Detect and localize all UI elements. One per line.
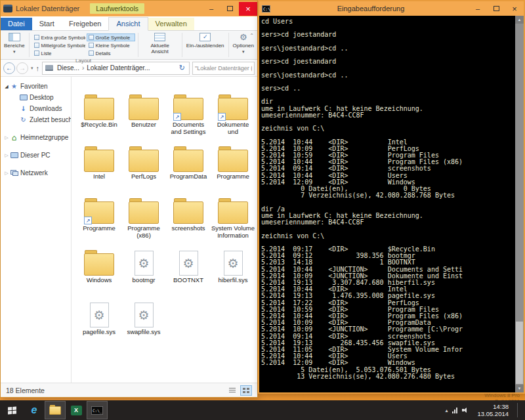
file-explorer-icon (49, 406, 61, 415)
details-view-button[interactable] (226, 385, 238, 396)
file-item[interactable]: ⚙ ↗ swapfile.sys (121, 297, 166, 349)
sidebar-item-this-pc[interactable]: ▷ Dieser PC (1, 150, 71, 161)
scrollbar[interactable]: ▲ ▼ (515, 16, 524, 392)
file-icon: ⚙ ↗ (179, 251, 198, 276)
details-view-icon (229, 388, 236, 393)
view-large-icons[interactable]: Große Symbole (87, 33, 135, 41)
minimize-button[interactable] (202, 2, 220, 16)
cmd-titlebar[interactable]: Eingabeaufforderung (259, 1, 524, 16)
view-details[interactable]: Details (87, 49, 135, 57)
start-button[interactable] (0, 400, 24, 420)
sidebar-item-desktop[interactable]: Desktop (1, 92, 71, 103)
file-label: hiberfil.sys (211, 276, 255, 284)
tab-datei[interactable]: Datei (1, 18, 32, 30)
hidden-icons-chevron-icon[interactable] (445, 408, 448, 413)
volume-tray-icon[interactable] (462, 407, 469, 413)
file-item[interactable]: ⚙ ↗ Programme (211, 142, 255, 194)
file-item[interactable]: ⚙ ↗ BOOTNXT (166, 245, 211, 297)
file-label: Benutzer (121, 120, 166, 128)
file-item[interactable]: ⚙ ↗ Intel (77, 142, 121, 194)
file-item[interactable]: ⚙ ↗ bootmgr (121, 245, 166, 297)
scrollbar-thumb[interactable] (516, 322, 523, 384)
view-small-icons[interactable]: Kleine Symbole (87, 41, 135, 49)
taskbar-item-command-prompt[interactable] (87, 402, 107, 419)
maximize-button[interactable] (220, 2, 239, 16)
collapse-ribbon-icon[interactable] (249, 33, 254, 39)
show-desktop-button[interactable] (517, 403, 521, 417)
scroll-down-icon[interactable]: ▼ (515, 385, 524, 392)
file-label: pagefile.sys (77, 327, 121, 335)
file-item[interactable]: ⚙ ↗ Documents and Settings (166, 90, 211, 142)
terminal-output: cd Users sers>cd joestandard sers\joesta… (259, 16, 515, 380)
file-item[interactable]: ⚙ ↗ Programme (77, 194, 121, 245)
layout-group: Extra große Symbole Große Symbole Mittel… (30, 31, 137, 59)
sidebar-item-downloads[interactable]: ↓ Downloads (1, 103, 71, 114)
maximize-button[interactable] (487, 2, 505, 16)
taskbar-item-file-explorer[interactable] (45, 402, 65, 419)
show-hide-icon (200, 33, 211, 41)
breadcrumb-this-pc[interactable]: Diese... (56, 64, 81, 72)
panes-button[interactable]: Bereiche (3, 32, 26, 55)
file-item[interactable]: ⚙ ↗ Dokumente und Einstellungen (211, 90, 255, 142)
refresh-icon[interactable] (177, 64, 187, 72)
scroll-up-icon[interactable]: ▲ (515, 16, 524, 24)
file-item[interactable]: ⚙ ↗ screenshots (166, 194, 211, 245)
tab-start[interactable]: Start (32, 18, 62, 30)
tab-ansicht[interactable]: Ansicht (108, 17, 148, 31)
network-tray-icon[interactable] (452, 408, 457, 413)
shortcut-arrow-icon: ↗ (84, 217, 92, 224)
sidebar-item-favoriten[interactable]: ◢ ★ Favoriten (1, 81, 71, 92)
file-item[interactable]: ⚙ ↗ ProgramData (166, 142, 211, 194)
file-label: System Volume Information (211, 224, 255, 239)
file-item[interactable]: ⚙ ↗ PerfLogs (121, 142, 166, 194)
taskbar-clock[interactable]: 14:38 13.05.2014 (473, 403, 513, 417)
file-item[interactable]: ⚙ ↗ Benutzer (121, 90, 166, 142)
sidebar-item-recent[interactable]: ↻ Zuletzt besucht (1, 114, 71, 125)
dropdown-arrow-icon (13, 49, 16, 54)
breadcrumb-local-disk[interactable]: Lokaler Datenträger... (85, 64, 151, 72)
drive-tools-tab-header[interactable]: Laufwerktools (90, 3, 144, 14)
maximize-icon (227, 6, 233, 11)
tab-verwalten[interactable]: Verwalten (148, 18, 194, 30)
show-hide-button[interactable]: Ein-/ausblenden (185, 32, 226, 49)
gear-icon: ⚙ (180, 251, 198, 275)
sidebar-item-homegroup[interactable]: ▷ ⌂ Heimnetzgruppe (1, 132, 71, 143)
options-gear-icon (240, 33, 247, 42)
forward-button[interactable]: → (16, 62, 28, 74)
back-button[interactable]: ← (3, 62, 15, 74)
expander-icon[interactable]: ◢ (3, 84, 10, 89)
taskbar-item-internet-explorer[interactable]: e (24, 402, 44, 419)
taskbar-item-excel[interactable]: X (66, 402, 86, 419)
close-button[interactable] (239, 2, 257, 16)
file-icon: ⚙ ↗ (218, 201, 248, 224)
file-item[interactable]: ⚙ ↗ Programme (x86) (121, 194, 166, 245)
search-input[interactable] (192, 62, 255, 75)
gear-icon: ⚙ (224, 251, 242, 275)
file-item[interactable]: ⚙ ↗ hiberfil.sys (211, 245, 255, 297)
view-extra-large-icons[interactable]: Extra große Symbole (32, 33, 86, 41)
file-icon: ⚙ ↗ (224, 251, 243, 276)
file-item[interactable]: ⚙ ↗ System Volume Information (211, 194, 255, 245)
tab-freigeben[interactable]: Freigeben (62, 18, 109, 30)
file-item[interactable]: ⚙ ↗ $Recycle.Bin (77, 90, 121, 142)
up-button[interactable]: ↑ (36, 64, 40, 72)
file-icon: ⚙ ↗ (135, 303, 154, 327)
sidebar-item-network[interactable]: ▷ Netzwerk (1, 167, 71, 178)
view-icon (34, 35, 39, 40)
view-medium-icons[interactable]: Mittelgroße Symbole (32, 41, 86, 49)
explorer-titlebar[interactable]: Lokaler Datenträger Laufwerktools (1, 1, 257, 16)
current-view-button[interactable]: Aktuelle Ansicht (141, 32, 179, 55)
recent-locations-icon[interactable]: ▾ (31, 66, 33, 71)
breadcrumb[interactable]: Diese... › Lokaler Datenträger... (42, 62, 190, 75)
minimize-button[interactable] (469, 2, 487, 16)
file-item[interactable]: ⚙ ↗ Windows (77, 245, 121, 297)
expander-icon[interactable]: ▷ (3, 135, 10, 140)
ribbon-tabs: Datei Start Freigeben Ansicht Verwalten (1, 16, 257, 31)
view-list[interactable]: Liste (32, 49, 86, 57)
icons-view-button[interactable] (240, 385, 252, 396)
file-label: $Recycle.Bin (77, 120, 121, 128)
expander-icon[interactable]: ▷ (3, 153, 10, 158)
close-button[interactable] (505, 2, 524, 16)
file-item[interactable]: ⚙ ↗ pagefile.sys (77, 297, 121, 349)
expander-icon[interactable]: ▷ (3, 171, 10, 176)
